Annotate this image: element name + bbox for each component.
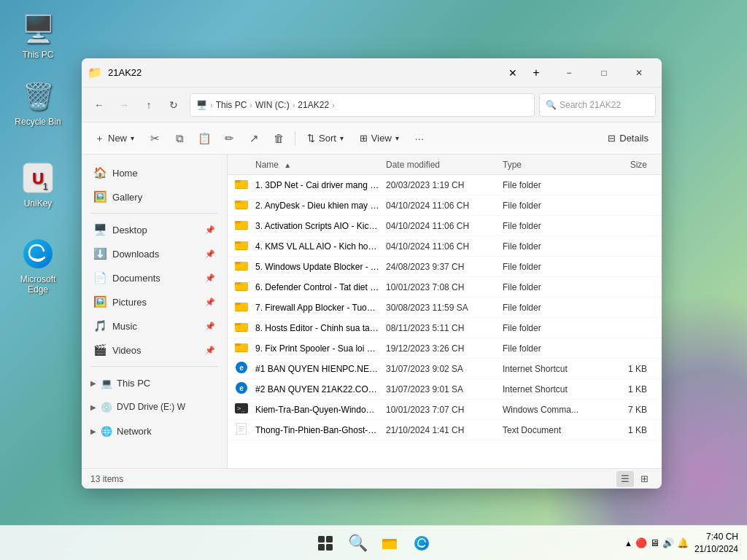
- paste-button[interactable]: 📋: [193, 127, 216, 150]
- list-view-button[interactable]: ☰: [616, 471, 634, 487]
- svg-text:e: e: [239, 364, 244, 372]
- address-part-3[interactable]: 21AK22: [298, 100, 329, 110]
- status-bar: 13 items ☰ ⊞: [82, 468, 662, 489]
- address-bar[interactable]: 🖥️ › This PC › WIN (C:) › 21AK22 ›: [190, 93, 535, 117]
- share-button[interactable]: ↗: [242, 127, 266, 150]
- table-row[interactable]: 9. Fix Print Spooler - Sua loi may in 19…: [228, 338, 662, 359]
- sidebar-item-downloads[interactable]: ⬇️ Downloads 📌: [85, 242, 224, 265]
- close-button[interactable]: ✕: [622, 61, 656, 85]
- table-row[interactable]: 4. KMS VL ALL AIO - Kich hoat win office…: [228, 236, 662, 257]
- taskbar-explorer-button[interactable]: [376, 530, 403, 556]
- expand-arrow-icon: ▶: [90, 379, 96, 387]
- command-bar: ＋ New ▾ ✂ ⧉ 📋 ✏ ↗ 🗑 ⇅ Sort ▾ ⊞ View ▾ ··…: [82, 122, 662, 155]
- sidebar-item-videos[interactable]: 🎬 Videos 📌: [85, 338, 224, 362]
- dvd-icon: 💿: [101, 402, 112, 413]
- refresh-button[interactable]: ↻: [162, 93, 185, 117]
- sidebar-item-music[interactable]: 🎵 Music 📌: [85, 314, 224, 338]
- rename-button[interactable]: ✏: [217, 127, 241, 150]
- minimize-button[interactable]: −: [552, 61, 586, 85]
- view-icon: ⊞: [360, 133, 368, 144]
- delete-button[interactable]: 🗑: [267, 127, 290, 150]
- cut-button[interactable]: ✂: [143, 127, 166, 150]
- desktop-icon-unikey[interactable]: U1 UniKey: [9, 158, 67, 211]
- table-row[interactable]: 8. Hosts Editor - Chinh sua tap tin host…: [228, 318, 662, 338]
- table-row[interactable]: 1. 3DP Net - Cai driver mang internet 20…: [228, 175, 662, 195]
- table-row[interactable]: e #2 BAN QUYEN 21AK22.COM CAM ON 31/07/2…: [228, 379, 662, 400]
- notification-icon[interactable]: 🔔: [677, 537, 689, 548]
- grid-view-button[interactable]: ⊞: [635, 471, 653, 487]
- main-content: 🏠 Home 🖼️ Gallery 🖥️ Desktop 📌 ⬇️ Downlo…: [82, 155, 662, 468]
- tray-expand-icon[interactable]: ▲: [624, 539, 632, 548]
- view-dropdown-icon: ▾: [395, 134, 399, 142]
- up-button[interactable]: ↑: [137, 93, 160, 117]
- table-row[interactable]: e #1 BAN QUYEN HIENPC.NET CAM ON 31/07/2…: [228, 359, 662, 379]
- sidebar-item-pictures[interactable]: 🖼️ Pictures 📌: [85, 290, 224, 314]
- gallery-icon: 🖼️: [93, 190, 107, 203]
- downloads-icon: ⬇️: [93, 247, 107, 260]
- start-button[interactable]: [312, 530, 338, 556]
- file-date: 20/03/2023 1:19 CH: [386, 180, 503, 190]
- view-button[interactable]: ⊞ View ▾: [352, 127, 406, 150]
- close-tab-button[interactable]: ✕: [506, 66, 520, 80]
- table-row[interactable]: 6. Defender Control - Tat diet virus win…: [228, 277, 662, 298]
- desktop-icon-edge[interactable]: Microsoft Edge: [9, 233, 67, 298]
- col-header-date[interactable]: Date modified: [386, 160, 503, 170]
- file-type: File folder: [503, 282, 605, 292]
- taskbar-search-button[interactable]: 🔍: [344, 530, 371, 556]
- table-row[interactable]: 2. AnyDesk - Dieu khien may tinh tu xa 0…: [228, 195, 662, 216]
- svg-rect-47: [382, 539, 389, 542]
- forward-button[interactable]: →: [112, 93, 136, 117]
- sidebar-item-desktop[interactable]: 🖥️ Desktop 📌: [85, 218, 224, 241]
- col-header-size[interactable]: Size: [605, 160, 656, 170]
- pin-icon-4: 📌: [205, 298, 215, 307]
- file-type: Windows Comma...: [503, 405, 605, 415]
- new-button[interactable]: ＋ New ▾: [88, 127, 142, 150]
- new-tab-button[interactable]: +: [526, 63, 546, 83]
- sidebar-group-this-pc[interactable]: ▶ 💻 This PC: [85, 371, 224, 394]
- back-button[interactable]: ←: [88, 93, 111, 117]
- taskbar-clock[interactable]: 7:40 CH 21/10/2024: [694, 531, 738, 556]
- file-date: 10/01/2023 7:07 CH: [386, 405, 503, 415]
- address-part-1[interactable]: This PC: [216, 100, 247, 110]
- file-icon: [233, 423, 249, 438]
- copy-button[interactable]: ⧉: [168, 127, 191, 150]
- this-pc-label: This PC: [23, 50, 54, 60]
- search-box[interactable]: 🔍 Search 21AK22: [539, 93, 656, 117]
- table-row[interactable]: Thong-Tin-Phien-Ban-Ghost-Windows.txt 21…: [228, 420, 662, 440]
- unikey-label: UniKey: [24, 198, 53, 209]
- file-icon: [233, 178, 249, 192]
- file-list-header: Name ▲ Date modified Type Size: [228, 155, 662, 175]
- desktop-icon-recycle-bin[interactable]: 🗑️ Recycle Bin: [9, 76, 67, 130]
- file-name: Thong-Tin-Phien-Ban-Ghost-Windows.txt: [249, 425, 386, 435]
- sidebar-item-home[interactable]: 🏠 Home: [85, 161, 224, 184]
- file-type: File folder: [503, 323, 605, 333]
- col-header-name[interactable]: Name ▲: [249, 160, 386, 170]
- sort-button[interactable]: ⇅ Sort ▾: [300, 127, 351, 150]
- file-name: Kiem-Tra-Ban-Quyen-Windows-Office-2...: [249, 405, 386, 415]
- table-row[interactable]: 3. Activation Scripts AIO - Kich hoat wi…: [228, 216, 662, 236]
- maximize-button[interactable]: □: [587, 61, 621, 85]
- table-row[interactable]: 7. Firewall App Blocker - Tuong lua chan…: [228, 298, 662, 318]
- svg-rect-15: [235, 241, 241, 244]
- taskbar-right: ▲ 🔴 🖥 🔊 🔔 7:40 CH 21/10/2024: [624, 531, 738, 556]
- file-date: 10/01/2023 7:08 CH: [386, 282, 503, 292]
- desktop-icon-this-pc[interactable]: 🖥️ This PC: [9, 9, 67, 63]
- pin-icon-5: 📌: [205, 322, 215, 331]
- sidebar-group-network[interactable]: ▶ 🌐 Network: [85, 419, 224, 443]
- more-options-button[interactable]: ···: [408, 127, 431, 150]
- table-row[interactable]: 5. Windows Update Blocker - Tat cap nha.…: [228, 257, 662, 277]
- table-row[interactable]: >_ Kiem-Tra-Ban-Quyen-Windows-Office-2..…: [228, 400, 662, 420]
- file-type: File folder: [503, 180, 605, 190]
- sidebar-item-documents[interactable]: 📄 Documents 📌: [85, 266, 224, 289]
- display-icon[interactable]: 🖥: [650, 537, 659, 548]
- address-part-2[interactable]: WIN (C:): [255, 100, 290, 110]
- file-type: File folder: [503, 221, 605, 231]
- sidebar-item-gallery[interactable]: 🖼️ Gallery: [85, 185, 224, 209]
- file-icon: e: [233, 381, 249, 397]
- sidebar-group-dvd[interactable]: ▶ 💿 DVD Drive (E:) W: [85, 395, 224, 419]
- col-header-type[interactable]: Type: [503, 160, 605, 170]
- taskbar-edge-button[interactable]: [409, 530, 435, 556]
- dvd-expand-arrow-icon: ▶: [90, 403, 96, 411]
- volume-icon[interactable]: 🔊: [662, 537, 674, 548]
- details-button[interactable]: ⊟ Details: [600, 127, 656, 150]
